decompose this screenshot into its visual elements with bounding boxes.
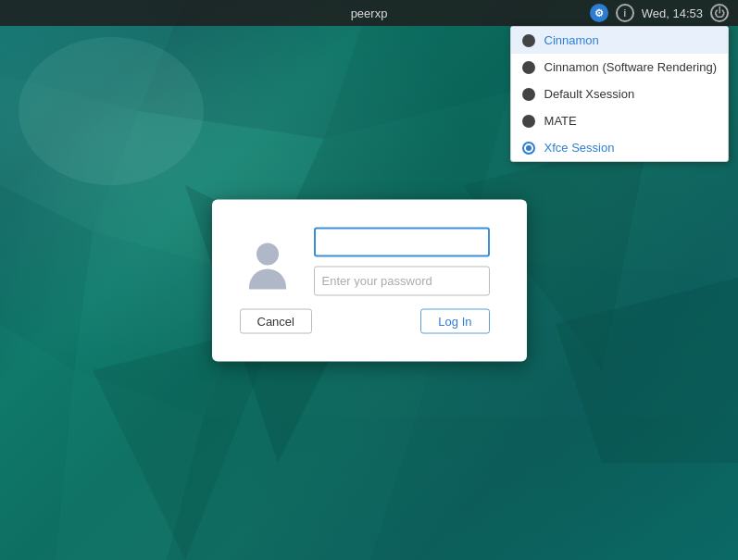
session-item-xfce[interactable]: Xfce Session bbox=[511, 134, 728, 161]
cancel-button[interactable]: Cancel bbox=[240, 308, 312, 333]
settings-icon[interactable]: ⚙ bbox=[590, 4, 608, 22]
session-item-mate[interactable]: MATE bbox=[511, 107, 728, 134]
login-top bbox=[240, 227, 490, 295]
radio-cinnamon-sw bbox=[522, 61, 535, 74]
session-item-cinnamon-sw[interactable]: Cinnamon (Software Rendering) bbox=[511, 54, 728, 81]
password-input[interactable] bbox=[314, 266, 490, 295]
login-button[interactable]: Log In bbox=[420, 308, 489, 333]
session-label-mate: MATE bbox=[544, 114, 577, 128]
avatar-head bbox=[256, 243, 279, 265]
login-dialog: Cancel Log In bbox=[212, 199, 527, 361]
radio-cinnamon bbox=[522, 34, 535, 47]
taskbar-title: peerxp bbox=[351, 6, 388, 20]
taskbar-right: ⚙ i Wed, 14:53 ⏻ bbox=[590, 4, 729, 22]
radio-mate bbox=[522, 115, 535, 128]
login-buttons: Cancel Log In bbox=[240, 308, 490, 333]
session-item-default-xsession[interactable]: Default Xsession bbox=[511, 81, 728, 107]
radio-default-xsession bbox=[522, 88, 535, 101]
radio-xfce bbox=[522, 142, 535, 155]
info-icon[interactable]: i bbox=[616, 4, 634, 22]
taskbar-time: Wed, 14:53 bbox=[642, 6, 703, 20]
session-label-cinnamon-sw: Cinnamon (Software Rendering) bbox=[544, 60, 717, 74]
session-label-xfce: Xfce Session bbox=[544, 141, 615, 155]
session-label-default-xsession: Default Xsession bbox=[544, 87, 635, 101]
session-item-cinnamon[interactable]: Cinnamon bbox=[511, 27, 728, 54]
login-fields bbox=[314, 227, 490, 295]
avatar-body bbox=[249, 268, 286, 289]
username-input[interactable] bbox=[314, 227, 490, 256]
user-avatar bbox=[240, 233, 295, 289]
session-label-cinnamon: Cinnamon bbox=[544, 33, 599, 47]
power-icon[interactable]: ⏻ bbox=[710, 4, 729, 22]
taskbar: peerxp ⚙ i Wed, 14:53 ⏻ bbox=[0, 0, 738, 26]
svg-point-16 bbox=[19, 37, 204, 185]
session-dropdown: Cinnamon Cinnamon (Software Rendering) D… bbox=[510, 26, 729, 162]
